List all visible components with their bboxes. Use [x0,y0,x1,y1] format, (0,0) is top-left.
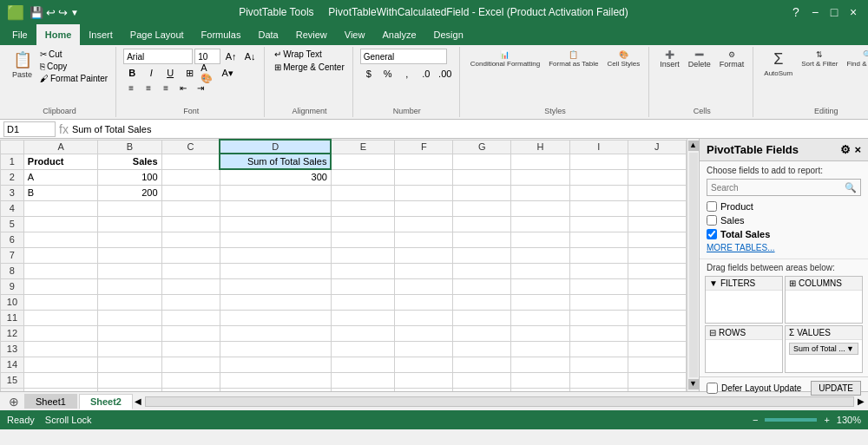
cell-J5[interactable] [628,216,686,232]
cell-I13[interactable] [569,341,628,357]
cell-J2[interactable] [628,169,686,185]
tab-home[interactable]: Home [36,24,81,45]
save-button[interactable]: 💾 [30,6,43,19]
cell-D16[interactable] [220,388,331,391]
italic-button[interactable]: I [142,65,160,81]
cell-G9[interactable] [453,278,511,294]
cell-C11[interactable] [161,310,220,325]
cell-C13[interactable] [161,341,220,357]
cell-H5[interactable] [511,216,569,232]
tab-view[interactable]: View [336,24,374,45]
cell-D4[interactable] [220,200,331,216]
cell-F12[interactable] [395,325,453,341]
zoom-out-btn[interactable]: − [753,415,758,425]
cell-B14[interactable] [98,357,161,372]
cell-A15[interactable] [23,372,97,388]
cell-C15[interactable] [161,372,220,388]
cell-B9[interactable] [98,278,161,294]
scroll-thumb[interactable] [689,153,698,377]
cell-G12[interactable] [453,325,511,341]
align-right-btn[interactable]: ≡ [158,82,174,94]
cell-I8[interactable] [569,263,628,278]
cell-B16[interactable] [98,388,161,391]
cell-I11[interactable] [569,310,628,325]
cell-D1[interactable]: Sum of Total Sales [220,154,331,169]
tab-file[interactable]: File [3,24,36,45]
cell-D3[interactable] [220,185,331,200]
cell-B11[interactable] [98,310,161,325]
cell-H14[interactable] [511,357,569,372]
cell-D12[interactable] [220,325,331,341]
cell-E11[interactable] [331,310,394,325]
cell-B3[interactable]: 200 [98,185,161,200]
cell-G13[interactable] [453,341,511,357]
col-header-D[interactable]: D [220,140,331,154]
cell-I6[interactable] [569,232,628,247]
col-header-J[interactable]: J [628,140,686,154]
cell-H3[interactable] [511,185,569,200]
cell-D14[interactable] [220,357,331,372]
row-header-14[interactable]: 14 [1,357,24,372]
copy-button[interactable]: ⎘ Copy [37,61,110,72]
values-chip[interactable]: Sum of Total ... ▼ [789,343,858,355]
cell-I2[interactable] [569,169,628,185]
cell-A16[interactable] [23,388,97,391]
cell-G1[interactable] [453,154,511,169]
row-header-10[interactable]: 10 [1,294,24,310]
update-button[interactable]: UPDATE [811,381,861,396]
zoom-in-btn[interactable]: + [824,415,829,425]
cell-J1[interactable] [628,154,686,169]
tab-review[interactable]: Review [287,24,336,45]
cell-F10[interactable] [395,294,453,310]
cell-E5[interactable] [331,216,394,232]
cell-J13[interactable] [628,341,686,357]
col-header-B[interactable]: B [98,140,161,154]
cell-F8[interactable] [395,263,453,278]
cell-E10[interactable] [331,294,394,310]
cell-F11[interactable] [395,310,453,325]
cell-J7[interactable] [628,247,686,263]
total-sales-checkbox[interactable] [707,229,717,239]
pivot-settings-icon[interactable]: ⚙ [840,143,851,156]
row-header-5[interactable]: 5 [1,216,24,232]
cell-F7[interactable] [395,247,453,263]
help-icon[interactable]: ? [788,4,804,20]
row-header-11[interactable]: 11 [1,310,24,325]
cell-F4[interactable] [395,200,453,216]
cell-H8[interactable] [511,263,569,278]
tab-design[interactable]: Design [425,24,472,45]
cell-A4[interactable] [23,200,97,216]
cell-G16[interactable] [453,388,511,391]
cell-I16[interactable] [569,388,628,391]
cell-H1[interactable] [511,154,569,169]
horizontal-scrollbar[interactable] [145,396,854,407]
cell-E14[interactable] [331,357,394,372]
sheet-tab-sheet2[interactable]: Sheet2 [79,394,133,409]
scroll-down-btn[interactable]: ▼ [688,379,699,389]
merge-center-button[interactable]: ⊞ Merge & Center [272,62,347,73]
defer-checkbox[interactable] [707,383,718,394]
increase-indent-btn[interactable]: ⇥ [193,82,208,94]
cell-I1[interactable] [569,154,628,169]
cell-B7[interactable] [98,247,161,263]
cell-J16[interactable] [628,388,686,391]
row-header-7[interactable]: 7 [1,247,24,263]
cell-C6[interactable] [161,232,220,247]
decrease-font-btn[interactable]: A↓ [241,49,259,64]
cell-E12[interactable] [331,325,394,341]
cell-H11[interactable] [511,310,569,325]
cell-H7[interactable] [511,247,569,263]
percent-btn[interactable]: % [379,66,397,82]
close-button[interactable]: × [845,4,861,20]
cell-C3[interactable] [161,185,220,200]
redo-button[interactable]: ↪ [58,6,68,19]
cell-I10[interactable] [569,294,628,310]
values-area[interactable]: Σ VALUES Sum of Total ... ▼ [785,325,863,373]
row-header-3[interactable]: 3 [1,185,24,200]
sales-checkbox[interactable] [707,215,717,226]
cell-C9[interactable] [161,278,220,294]
cell-H2[interactable] [511,169,569,185]
number-format-select[interactable] [360,49,447,64]
row-header-8[interactable]: 8 [1,263,24,278]
cell-C2[interactable] [161,169,220,185]
